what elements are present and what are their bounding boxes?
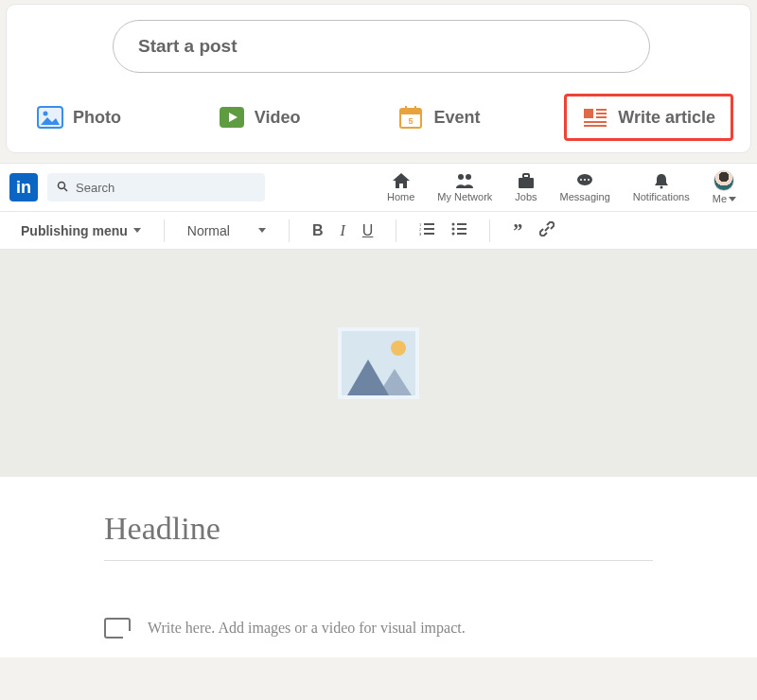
svg-point-24 bbox=[660, 186, 662, 189]
body-input[interactable]: Write here. Add images or a video for vi… bbox=[148, 620, 466, 637]
svg-rect-5 bbox=[405, 106, 407, 111]
cover-image-area[interactable] bbox=[0, 250, 757, 477]
video-icon bbox=[219, 104, 245, 131]
bold-label: B bbox=[312, 222, 324, 239]
style-select-label: Normal bbox=[187, 223, 230, 238]
messaging-icon bbox=[575, 172, 594, 189]
svg-rect-18 bbox=[519, 178, 534, 188]
bullet-list-icon bbox=[451, 222, 467, 238]
style-select[interactable]: Normal bbox=[182, 219, 272, 242]
photo-button[interactable]: Photo bbox=[24, 96, 134, 138]
chevron-down-icon bbox=[133, 228, 141, 233]
publishing-menu-button[interactable]: Publishing menu bbox=[15, 219, 147, 242]
ordered-list-button[interactable]: 123 bbox=[414, 219, 440, 242]
jobs-icon bbox=[517, 172, 536, 189]
underline-button[interactable]: U bbox=[357, 219, 379, 243]
svg-point-21 bbox=[580, 179, 582, 181]
search-input[interactable]: Search bbox=[47, 173, 265, 201]
quote-label: ” bbox=[513, 226, 522, 236]
numbered-list-icon: 123 bbox=[419, 222, 434, 238]
plus-icon: + bbox=[126, 632, 133, 643]
svg-rect-4 bbox=[400, 109, 421, 114]
event-button[interactable]: 5 Event bbox=[384, 96, 493, 138]
toolbar-separator bbox=[489, 219, 490, 242]
svg-rect-8 bbox=[584, 109, 593, 118]
nav-network[interactable]: My Network bbox=[426, 172, 503, 202]
chevron-down-icon bbox=[258, 228, 266, 233]
start-post-placeholder: Start a post bbox=[138, 36, 238, 57]
body-placeholder: Write here. Add images or a video for vi… bbox=[148, 620, 466, 636]
svg-point-17 bbox=[466, 174, 471, 180]
svg-point-22 bbox=[584, 179, 586, 181]
toolbar-separator bbox=[164, 219, 165, 242]
svg-text:5: 5 bbox=[409, 116, 414, 126]
editor-toolbar: Publishing menu Normal B I U 123 ” bbox=[0, 212, 757, 250]
post-actions-row: Photo Video 5 bbox=[22, 90, 735, 149]
svg-point-31 bbox=[452, 223, 455, 226]
unordered-list-button[interactable] bbox=[446, 219, 472, 242]
italic-button[interactable]: I bbox=[334, 219, 350, 243]
write-article-icon bbox=[582, 104, 608, 131]
start-post-input[interactable]: Start a post bbox=[113, 20, 650, 73]
svg-point-33 bbox=[452, 233, 455, 236]
linkedin-logo[interactable]: in bbox=[9, 173, 38, 201]
toolbar-separator bbox=[396, 219, 396, 242]
svg-point-23 bbox=[588, 179, 590, 181]
chevron-down-icon bbox=[729, 197, 736, 201]
blockquote-button[interactable]: ” bbox=[507, 222, 528, 239]
nav-home[interactable]: Home bbox=[376, 172, 426, 202]
nav-notifications[interactable]: Notifications bbox=[622, 172, 701, 202]
headline-input[interactable] bbox=[104, 505, 653, 560]
video-button[interactable]: Video bbox=[205, 96, 314, 138]
svg-point-32 bbox=[452, 228, 455, 231]
svg-rect-19 bbox=[523, 174, 529, 178]
event-icon: 5 bbox=[397, 104, 424, 131]
top-nav: in Search Home My Network Jobs Messaging bbox=[0, 163, 757, 212]
italic-label: I bbox=[340, 222, 344, 239]
photo-icon bbox=[37, 104, 63, 131]
bold-button[interactable]: B bbox=[307, 219, 329, 243]
publishing-menu-label: Publishing menu bbox=[21, 223, 128, 238]
svg-point-1 bbox=[44, 112, 48, 116]
nav-network-label: My Network bbox=[437, 191, 492, 202]
photo-label: Photo bbox=[73, 108, 121, 128]
underline-label: U bbox=[362, 222, 374, 239]
divider bbox=[104, 560, 653, 561]
event-label: Event bbox=[433, 108, 480, 128]
home-icon bbox=[392, 172, 411, 189]
link-icon bbox=[539, 221, 555, 239]
nav-messaging[interactable]: Messaging bbox=[549, 172, 622, 202]
image-placeholder-icon bbox=[338, 327, 419, 399]
start-post-card: Start a post Photo Video bbox=[6, 4, 751, 153]
toolbar-separator bbox=[289, 219, 290, 242]
svg-point-16 bbox=[458, 174, 464, 180]
article-body: + Write here. Add images or a video for … bbox=[0, 477, 757, 657]
search-placeholder: Search bbox=[76, 181, 114, 195]
nav-jobs[interactable]: Jobs bbox=[503, 172, 548, 202]
network-icon bbox=[454, 172, 475, 189]
nav-jobs-label: Jobs bbox=[515, 191, 537, 202]
nav-me-label: Me bbox=[713, 193, 727, 204]
nav-messaging-label: Messaging bbox=[560, 191, 610, 202]
avatar bbox=[713, 170, 734, 191]
write-article-label: Write article bbox=[618, 108, 715, 128]
nav-notifications-label: Notifications bbox=[633, 191, 690, 202]
write-article-button[interactable]: Write article bbox=[564, 94, 733, 141]
nav-home-label: Home bbox=[387, 191, 414, 202]
search-icon bbox=[57, 181, 68, 195]
body-row: + Write here. Add images or a video for … bbox=[104, 618, 653, 639]
svg-line-15 bbox=[64, 188, 67, 191]
svg-point-14 bbox=[59, 182, 65, 188]
add-media-button[interactable]: + bbox=[104, 618, 131, 639]
bell-icon bbox=[653, 172, 670, 189]
link-button[interactable] bbox=[534, 218, 560, 243]
svg-text:3: 3 bbox=[419, 232, 422, 236]
video-label: Video bbox=[255, 108, 301, 128]
svg-rect-6 bbox=[414, 106, 416, 111]
nav-me[interactable]: Me bbox=[701, 170, 748, 204]
